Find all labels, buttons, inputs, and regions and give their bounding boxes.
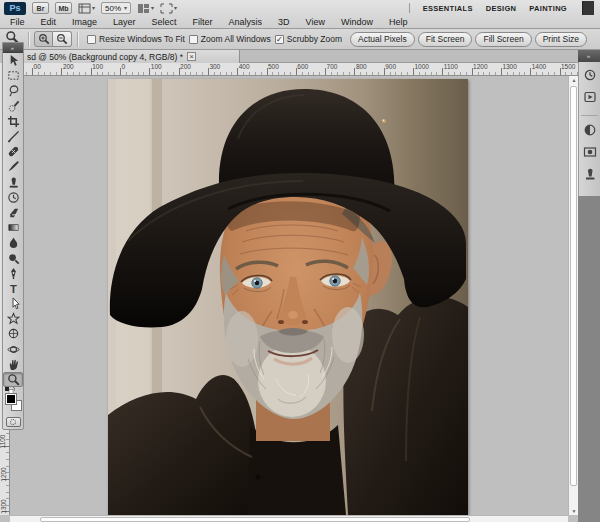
checkbox-zoom-all-windows[interactable]: Zoom All Windows xyxy=(189,34,271,44)
rectangular-marquee-tool[interactable] xyxy=(3,68,23,83)
history-icon xyxy=(583,68,597,86)
zoom-tool-icon xyxy=(7,373,20,386)
tools-panel-collapse-button[interactable]: « xyxy=(3,43,23,53)
brush-tool[interactable] xyxy=(3,159,23,174)
print-size-button[interactable]: Print Size xyxy=(535,32,587,47)
zoom-out-button[interactable] xyxy=(53,31,72,47)
zoom-tool[interactable] xyxy=(3,372,23,387)
ruler-label: 1300 xyxy=(502,63,516,70)
ruler-label: 1100 xyxy=(444,63,458,70)
lasso-tool[interactable] xyxy=(3,83,23,98)
clone-source-panel-button[interactable] xyxy=(580,165,600,187)
menu-view[interactable]: View xyxy=(298,15,333,29)
horizontal-scrollbar[interactable] xyxy=(10,515,568,522)
panel-dock: » xyxy=(578,50,600,522)
move-tool[interactable] xyxy=(3,53,23,68)
custom-shape-tool[interactable] xyxy=(3,311,23,326)
launch-bridge-button[interactable]: Br xyxy=(32,2,49,14)
hand-tool-icon xyxy=(7,358,20,371)
horizontal-scroll-thumb[interactable] xyxy=(40,517,470,522)
ruler-label: 200 xyxy=(180,63,191,70)
masks-panel-button[interactable] xyxy=(580,143,600,165)
path-selection-tool[interactable] xyxy=(3,296,23,311)
cs-live-button[interactable] xyxy=(582,1,594,15)
checkbox-icon xyxy=(87,35,96,44)
gradient-tool[interactable] xyxy=(3,220,23,235)
screen-mode-button[interactable]: ▾ xyxy=(160,3,177,14)
fill-screen-button[interactable]: Fill Screen xyxy=(475,32,531,47)
divider xyxy=(28,32,29,47)
panel-dock-expand-button[interactable]: » xyxy=(578,50,600,62)
menu-window[interactable]: Window xyxy=(333,15,381,29)
photoshop-window: Ps Br Mb ▾ 50%▾ ▾ ▾ ESSENTIALSDESIGNPAIN xyxy=(0,0,600,522)
eyedropper-tool[interactable] xyxy=(3,129,23,144)
pen-tool-icon xyxy=(7,267,20,280)
menu-select[interactable]: Select xyxy=(144,15,185,29)
portrait-photo[interactable] xyxy=(108,79,468,515)
zoom-in-button[interactable] xyxy=(34,31,53,47)
eraser-tool[interactable] xyxy=(3,205,23,220)
menu-filter[interactable]: Filter xyxy=(185,15,221,29)
dodge-tool-icon xyxy=(7,252,20,265)
menu-file[interactable]: File xyxy=(2,15,33,29)
ruler-label: 700 xyxy=(327,63,338,70)
blur-tool[interactable] xyxy=(3,235,23,250)
custom-shape-tool-icon xyxy=(7,312,20,325)
chevron-down-icon: ▾ xyxy=(124,5,127,11)
menu-image[interactable]: Image xyxy=(64,15,105,29)
foreground-color-swatch[interactable] xyxy=(5,393,17,405)
history-panel-button[interactable] xyxy=(580,66,600,88)
menu-bar: Ps Br Mb ▾ 50%▾ ▾ ▾ ESSENTIALSDESIGNPAIN xyxy=(0,0,600,29)
checkbox-resize-windows-to-fit[interactable]: Resize Windows To Fit xyxy=(87,34,185,44)
svg-text:T: T xyxy=(10,283,17,295)
workspace-essentials[interactable]: ESSENTIALS xyxy=(423,4,473,13)
crop-tool-icon xyxy=(7,115,20,128)
quick-selection-tool[interactable] xyxy=(3,99,23,114)
vertical-scroll-thumb[interactable] xyxy=(570,86,577,486)
quick-mask-button[interactable] xyxy=(6,417,21,427)
canvas-pasteboard[interactable] xyxy=(10,76,568,515)
ruler-label: 300 xyxy=(209,63,220,70)
vertical-scrollbar[interactable]: ▲ ▼ xyxy=(568,76,578,515)
zoom-level-select[interactable]: 50%▾ xyxy=(101,2,131,14)
clone-stamp-tool[interactable] xyxy=(3,175,23,190)
menu-edit[interactable]: Edit xyxy=(33,15,65,29)
menu-3d[interactable]: 3D xyxy=(270,15,298,29)
eyedropper-tool-icon xyxy=(7,130,20,143)
adjustments-panel-button[interactable] xyxy=(580,121,600,143)
workspace-painting[interactable]: PAINTING xyxy=(529,4,567,13)
ruler-label: 400 xyxy=(239,63,250,70)
hand-tool[interactable] xyxy=(3,357,23,372)
close-icon[interactable]: × xyxy=(187,52,196,61)
document-tab[interactable]: sd @ 50% (Background copy 4, RGB/8) * × xyxy=(24,50,240,63)
history-brush-tool[interactable] xyxy=(3,190,23,205)
menu-help[interactable]: Help xyxy=(381,15,416,29)
ruler-label: 1200 xyxy=(0,467,7,481)
actions-panel-button[interactable] xyxy=(580,88,600,110)
ruler-label: 1100 xyxy=(0,434,6,448)
checkbox-scrubby-zoom[interactable]: ✓Scrubby Zoom xyxy=(275,34,342,44)
workspace-design[interactable]: DESIGN xyxy=(486,4,517,13)
spot-healing-brush-tool[interactable] xyxy=(3,144,23,159)
actual-pixels-button[interactable]: Actual Pixels xyxy=(350,32,415,47)
quick-mask-icon xyxy=(10,419,16,425)
pen-tool[interactable] xyxy=(3,266,23,281)
history-brush-tool-icon xyxy=(7,191,20,204)
3d-orbit-tool[interactable] xyxy=(3,342,23,357)
chevron-down-icon: ▾ xyxy=(174,5,177,11)
menu-layer[interactable]: Layer xyxy=(105,15,144,29)
type-tool[interactable]: T xyxy=(3,281,23,296)
3d-rotate-tool[interactable] xyxy=(3,326,23,341)
actions-icon xyxy=(583,90,597,108)
launch-mini-bridge-button[interactable]: Mb xyxy=(55,2,72,14)
panel-dock-icons xyxy=(578,62,600,196)
fit-screen-button[interactable]: Fit Screen xyxy=(418,32,473,47)
arrange-documents-button[interactable]: ▾ xyxy=(137,3,154,14)
main-menu: FileEditImageLayerSelectFilterAnalysis3D… xyxy=(0,14,600,29)
document-tab-title: sd @ 50% (Background copy 4, RGB/8) * xyxy=(27,52,183,62)
crop-tool[interactable] xyxy=(3,114,23,129)
dodge-tool[interactable] xyxy=(3,250,23,265)
view-extras-button[interactable]: ▾ xyxy=(78,3,95,14)
menu-analysis[interactable]: Analysis xyxy=(221,15,271,29)
gradient-tool-icon xyxy=(7,221,20,234)
